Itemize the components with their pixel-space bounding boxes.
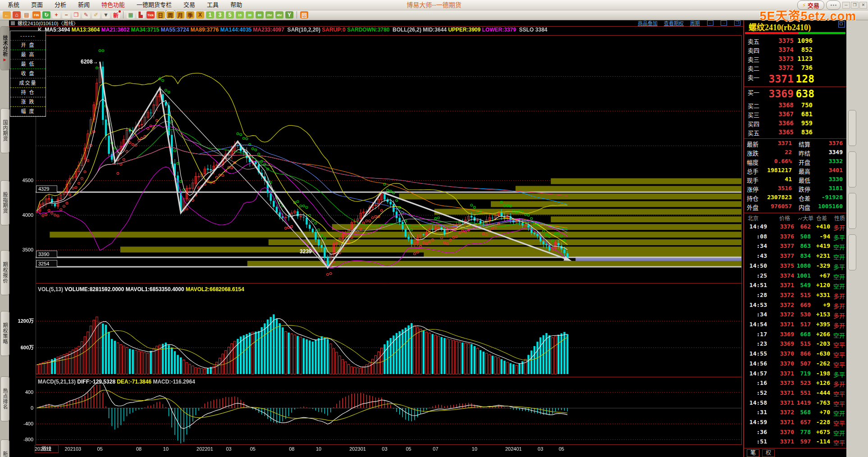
book-row-买一[interactable]: 买一3369638 — [744, 88, 846, 101]
detail-cell: 0.66% — [760, 158, 792, 165]
tick-cell: 863 — [795, 242, 811, 249]
tick-cell: 530 — [795, 311, 811, 318]
side-strip-tab[interactable] — [848, 234, 856, 270]
tick-cell: 3371 — [769, 399, 794, 406]
sidebar-tab-技术分析[interactable]: 技术分析▶ — [0, 26, 9, 70]
back-icon[interactable]: ← — [3, 11, 11, 18]
detail-cell: 开盘 — [799, 158, 810, 166]
tick-cell: :34 — [744, 311, 767, 318]
close-icon[interactable]: ✕ — [859, 2, 867, 9]
main-chart-canvas[interactable] — [9, 26, 743, 453]
menu-特色功能[interactable]: 特色功能 — [96, 0, 131, 10]
tick-cell: 517 — [795, 321, 811, 328]
hr2-button[interactable]: 2hr — [265, 11, 274, 18]
draw-pencil-icon[interactable]: ✎ — [82, 11, 90, 18]
brush-icon[interactable]: ✐ — [92, 11, 100, 18]
menu-页面[interactable]: 页面 — [25, 0, 49, 10]
quote-table-icon[interactable]: ▦ — [127, 11, 135, 18]
tick-tab-笔[interactable]: 笔 — [747, 449, 759, 457]
min3-button[interactable]: 3 — [216, 11, 224, 18]
sidebar-tab-新闻资讯[interactable]: 新闻资讯 — [0, 439, 9, 457]
hr4-button[interactable]: 4hr — [275, 11, 283, 18]
sidebar-tab-股指期货[interactable]: 股指期货 — [0, 180, 9, 225]
sidebar-tab-热点排名[interactable]: 热点排名 — [0, 376, 9, 421]
week-period-button[interactable]: 周 — [166, 11, 174, 18]
tick-cell: :31 — [744, 409, 767, 416]
tick-cell: :36 — [744, 429, 767, 435]
book-row-卖二[interactable]: 卖二3372736 — [744, 64, 846, 73]
tick-tab-权[interactable]: 权 — [762, 449, 775, 457]
book-row-卖一[interactable]: 卖一3371128 — [744, 73, 846, 87]
zoom-in-icon[interactable]: + — [52, 11, 60, 18]
min5-button[interactable]: 5 — [226, 11, 234, 18]
menu-新闻[interactable]: 新闻 — [72, 0, 96, 10]
book-row-买二[interactable]: 买二3368750 — [744, 101, 846, 110]
home-icon[interactable]: ⌂ — [13, 11, 21, 18]
link-查看期权[interactable]: 查看期权 — [664, 19, 684, 27]
new-icon[interactable]: 新 — [112, 11, 120, 18]
fin-icon[interactable]: FIN — [32, 11, 41, 18]
season-period-button[interactable]: 季 — [186, 11, 194, 18]
book-divider — [744, 138, 846, 139]
book-volume: 1123 — [791, 55, 813, 62]
chart-tab-icon — [11, 21, 15, 25]
day-period-button[interactable]: 日 — [156, 11, 164, 18]
tick-cell: 14:53 — [744, 302, 767, 308]
filter-icon[interactable]: ▼ — [102, 11, 110, 18]
link-周期[interactable]: 周期 — [690, 19, 700, 27]
min15-button[interactable]: 15 — [236, 11, 244, 18]
book-row-卖五[interactable]: 卖五33751096 — [744, 37, 846, 46]
news-icon[interactable]: ▤ — [23, 11, 31, 18]
tick-cell: -630 — [812, 350, 830, 357]
year-button[interactable]: Y — [285, 11, 293, 18]
menu-帮助[interactable]: 帮助 — [224, 0, 248, 10]
tick-cell: 空开 — [831, 409, 845, 417]
tick-cell: 3369 — [769, 331, 794, 338]
tick-cell: 3371 — [769, 419, 794, 425]
min1-button[interactable]: 1 — [206, 11, 214, 18]
tick-cell: :23 — [744, 340, 767, 347]
chart-area: 螺纹2410(010610)〈周线〉 商品叠加查看期权周期←→❐ ------开… — [9, 20, 743, 457]
refresh-icon[interactable]: ↻ — [42, 11, 50, 18]
book-price: 3374 — [762, 46, 794, 53]
screenshot-icon[interactable]: 回 — [300, 11, 308, 18]
min60-button[interactable]: 60 — [256, 11, 264, 18]
chart-icon[interactable]: ▙ — [137, 11, 145, 18]
min30-button[interactable]: 30 — [246, 11, 254, 18]
tick-period-button[interactable]: Tick — [146, 11, 155, 18]
tick-cell: 3370 — [769, 350, 794, 357]
sidebar-tab-国内期货[interactable]: 国内期货 — [0, 108, 9, 153]
tick-cell: 515 — [795, 292, 811, 298]
month-period-button[interactable]: 月 — [176, 11, 184, 18]
book-row-卖四[interactable]: 卖四3374852 — [744, 46, 846, 55]
custom-period-button[interactable]: X — [196, 11, 204, 18]
book-row-买三[interactable]: 买三3367681 — [744, 110, 846, 119]
chart-tab-label[interactable]: 螺纹2410(010610)〈周线〉 — [18, 19, 78, 27]
menu-分析[interactable]: 分析 — [49, 0, 72, 10]
tick-cell: :43 — [744, 252, 767, 259]
tick-row: :083376508-94多平 — [744, 233, 846, 243]
book-row-买四[interactable]: 买四3366959 — [744, 119, 846, 128]
sidebar-tab-期权报价[interactable]: 期权报价 — [0, 250, 9, 295]
menu-工具[interactable]: 工具 — [201, 0, 224, 10]
side-strip-tab[interactable] — [848, 110, 856, 146]
overlay-icon[interactable]: ❐ — [72, 11, 80, 18]
legend-row: 最 低 — [10, 59, 46, 69]
link-商品叠加[interactable]: 商品叠加 — [638, 19, 658, 27]
zoom-out-icon[interactable]: − — [62, 11, 70, 18]
nav-forward-icon[interactable]: → — [721, 20, 727, 26]
side-strip-tab[interactable] — [848, 151, 856, 187]
nav-back-icon[interactable]: ← — [707, 20, 713, 26]
menu-一德期货专栏[interactable]: 一德期货专栏 — [131, 0, 178, 10]
sidebar-tab-期权策略[interactable]: 期权策略 — [0, 311, 9, 356]
nav-split-icon[interactable]: ❐ — [734, 20, 740, 26]
tick-cell: +67 — [812, 272, 830, 279]
side-strip-tab[interactable] — [848, 193, 856, 229]
detail-cell: 3516 — [760, 185, 792, 192]
detail-cell: 涨跌 — [747, 149, 758, 157]
book-price: 3367 — [762, 110, 794, 118]
book-row-买五[interactable]: 买五3365836 — [744, 128, 846, 137]
menu-系统[interactable]: 系统 — [2, 0, 25, 10]
menu-交易[interactable]: 交易 — [178, 0, 201, 10]
book-row-卖三[interactable]: 卖三33731123 — [744, 55, 846, 64]
